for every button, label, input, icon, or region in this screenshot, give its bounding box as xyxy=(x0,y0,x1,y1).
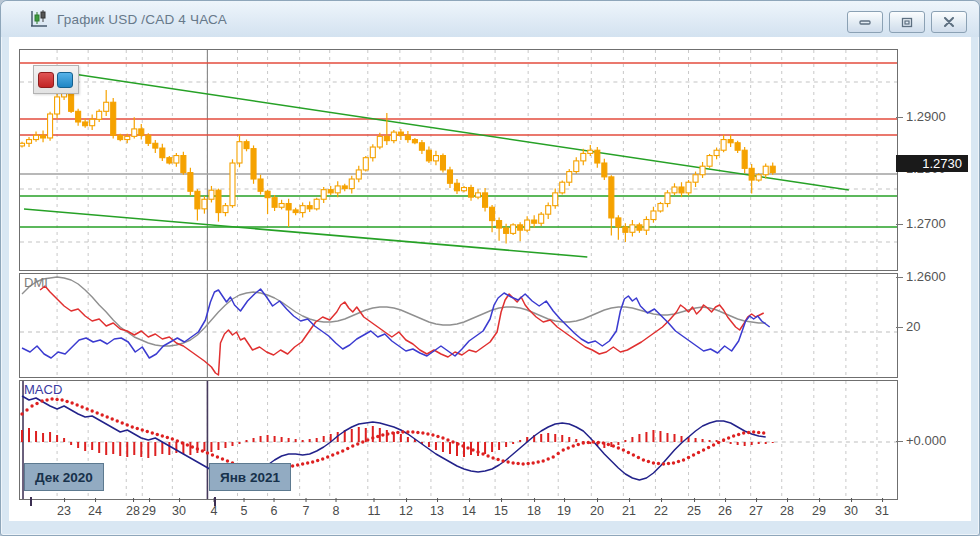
window-title: График USD /CAD 4 ЧАСА xyxy=(57,12,227,27)
month-tick xyxy=(30,497,32,506)
month-badge-jan: Янв 2021 xyxy=(209,463,291,491)
time-axis-label: 25 xyxy=(687,504,701,518)
time-axis-label: 15 xyxy=(494,504,508,518)
dmi-panel[interactable]: DMI xyxy=(19,273,898,378)
time-axis-label: 29 xyxy=(142,504,156,518)
minimize-button[interactable] xyxy=(847,11,883,33)
month-badge-dec: Дек 2020 xyxy=(24,463,104,491)
time-axis-label: 27 xyxy=(749,504,763,518)
macd-chart-canvas[interactable] xyxy=(20,381,897,499)
time-axis-label: 24 xyxy=(88,504,102,518)
price-axis-label: 1.2600 xyxy=(906,269,946,284)
close-icon xyxy=(943,17,955,27)
time-axis-label: 23 xyxy=(57,504,71,518)
time-axis-label: 29 xyxy=(812,504,826,518)
time-axis-label: 13 xyxy=(430,504,444,518)
time-axis-label: 6 xyxy=(271,504,278,518)
dmi-label: DMI xyxy=(24,275,48,290)
time-axis-label: 7 xyxy=(303,504,310,518)
buy-square-button[interactable] xyxy=(57,72,73,88)
title-bar[interactable]: График USD /CAD 4 ЧАСА xyxy=(1,1,979,37)
time-axis-label: 30 xyxy=(844,504,858,518)
time-axis-label: 31 xyxy=(875,504,889,518)
screen: График USD /CAD 4 ЧАСА xyxy=(0,0,980,536)
time-axis-label: 12 xyxy=(399,504,413,518)
restore-button[interactable] xyxy=(889,11,925,33)
candlestick-chart-icon xyxy=(29,9,49,29)
time-axis-label: 4 xyxy=(211,504,218,518)
chart-client-area: DMI MACD Дек 2020 Янв 2021 1.29001.28001… xyxy=(9,37,971,521)
price-panel[interactable] xyxy=(19,49,898,271)
time-axis-label: 19 xyxy=(557,504,571,518)
month-tick xyxy=(214,497,216,506)
price-axis-label: 1.2900 xyxy=(906,109,946,124)
price-chart-canvas[interactable] xyxy=(20,50,897,270)
time-axis-label: 11 xyxy=(368,504,381,518)
restore-icon xyxy=(901,17,913,28)
minimize-icon xyxy=(859,17,871,27)
time-axis-label: 28 xyxy=(780,504,794,518)
time-axis-label: 18 xyxy=(527,504,541,518)
chart-mini-toolbar xyxy=(33,65,79,94)
macd-panel[interactable]: MACD Дек 2020 Янв 2021 xyxy=(19,380,898,500)
window-controls xyxy=(847,11,967,33)
time-axis-label: 22 xyxy=(654,504,668,518)
time-axis-label: 26 xyxy=(718,504,732,518)
time-axis[interactable]: 2324282930456781112131415181920212225262… xyxy=(19,498,896,523)
month-badge-jan-label: Янв 2021 xyxy=(220,470,280,485)
chart-window: График USD /CAD 4 ЧАСА xyxy=(0,0,980,536)
dmi-chart-canvas[interactable] xyxy=(20,274,897,377)
macd-label: MACD xyxy=(24,382,62,397)
current-price-badge: 1.2730 xyxy=(896,155,968,172)
time-axis-label: 14 xyxy=(462,504,476,518)
price-axis-label: 1.2700 xyxy=(906,216,946,231)
dmi-level-label: 20 xyxy=(906,319,920,334)
month-badge-dec-label: Дек 2020 xyxy=(35,470,93,485)
time-axis-label: 8 xyxy=(333,504,340,518)
close-button[interactable] xyxy=(931,11,967,33)
price-axis[interactable]: 1.29001.28001.27001.2600 1.2730 20 +0.00… xyxy=(894,37,973,523)
time-axis-label: 28 xyxy=(126,504,140,518)
macd-zero-label: +0.000 xyxy=(906,433,946,448)
time-axis-label: 21 xyxy=(622,504,636,518)
time-axis-label: 30 xyxy=(172,504,186,518)
time-axis-label: 20 xyxy=(590,504,604,518)
sell-square-button[interactable] xyxy=(38,72,54,88)
time-axis-label: 5 xyxy=(241,504,248,518)
